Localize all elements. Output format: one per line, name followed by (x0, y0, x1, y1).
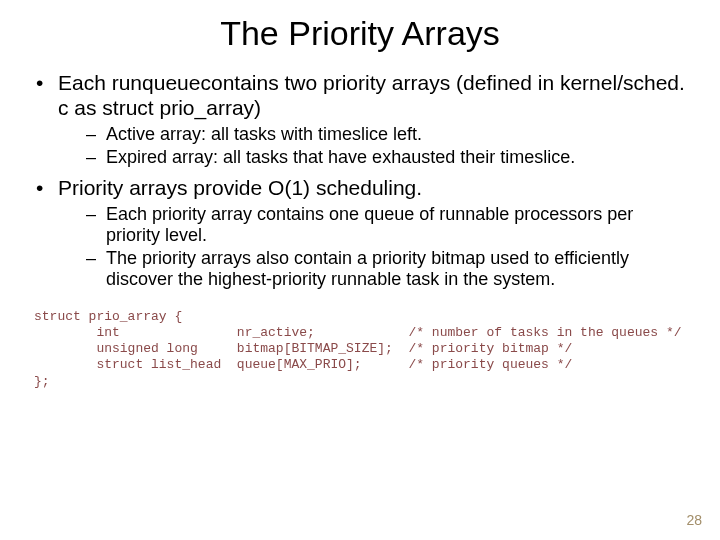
bullet-1-text: Each runqueuecontains two priority array… (58, 71, 685, 119)
code-snippet: struct prio_array { int nr_active; /* nu… (34, 309, 692, 390)
bullet-2b: The priority arrays also contain a prior… (58, 248, 692, 290)
bullet-2a: Each priority array contains one queue o… (58, 204, 692, 246)
page-number: 28 (686, 512, 702, 528)
bullet-1b: Expired array: all tasks that have exhau… (58, 147, 692, 168)
bullet-1a: Active array: all tasks with timeslice l… (58, 124, 692, 145)
bullet-2-text: Priority arrays provide O(1) scheduling. (58, 176, 422, 199)
slide: The Priority Arrays Each runqueuecontain… (0, 0, 720, 540)
slide-body: Each runqueuecontains two priority array… (0, 71, 720, 390)
slide-title: The Priority Arrays (0, 0, 720, 71)
bullet-2: Priority arrays provide O(1) scheduling.… (28, 176, 692, 291)
bullet-1: Each runqueuecontains two priority array… (28, 71, 692, 168)
bullet-1-sublist: Active array: all tasks with timeslice l… (58, 124, 692, 168)
bullet-2-sublist: Each priority array contains one queue o… (58, 204, 692, 291)
bullet-list: Each runqueuecontains two priority array… (28, 71, 692, 291)
